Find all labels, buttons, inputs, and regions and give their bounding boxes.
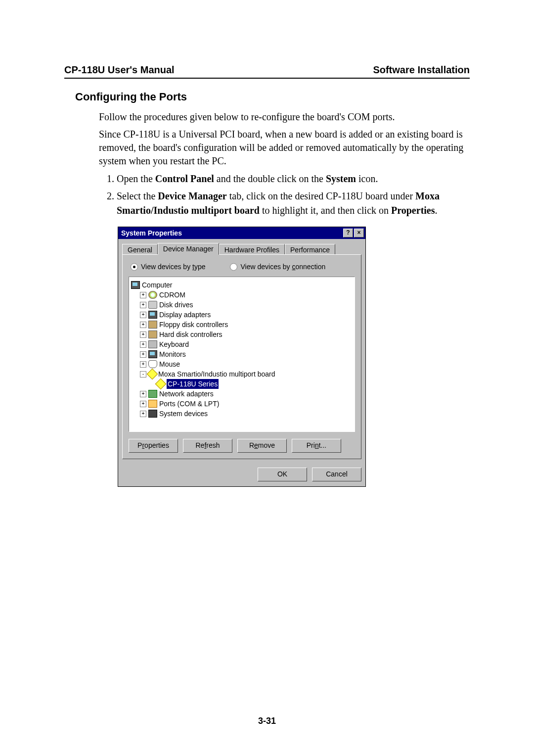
expand-icon[interactable]: + xyxy=(140,302,146,308)
tree-node-floppy[interactable]: +Floppy disk controllers xyxy=(131,320,353,330)
port-icon xyxy=(148,400,157,408)
network-icon xyxy=(148,390,157,398)
expand-icon[interactable]: + xyxy=(140,322,146,328)
keyboard-icon xyxy=(148,340,157,348)
titlebar[interactable]: System Properties ? × xyxy=(118,227,365,239)
expand-icon[interactable]: + xyxy=(140,401,146,407)
tree-node-cdrom[interactable]: +CDROM xyxy=(131,290,353,300)
radio-view-by-type[interactable]: View devices by type xyxy=(131,263,205,271)
system-icon xyxy=(148,410,157,418)
expand-icon[interactable]: + xyxy=(140,391,146,397)
moxa-icon xyxy=(147,369,158,380)
tree-node-hdd[interactable]: +Hard disk controllers xyxy=(131,330,353,339)
expand-icon[interactable]: + xyxy=(140,312,146,318)
close-icon[interactable]: × xyxy=(354,229,364,237)
dialog-title: System Properties xyxy=(121,229,182,237)
tree-node-moxa[interactable]: -Moxa Smartio/Industio multiport board xyxy=(131,369,353,379)
section-heading: Configuring the Ports xyxy=(75,91,470,103)
monitor-icon xyxy=(148,350,157,358)
moxa-icon xyxy=(155,378,167,390)
print-button[interactable]: Print... xyxy=(292,439,341,453)
page-header: CP-118U User's Manual Software Installat… xyxy=(64,64,470,79)
radio-dot-icon xyxy=(131,263,138,271)
expand-icon[interactable]: + xyxy=(140,351,146,358)
tab-device-manager[interactable]: Device Manager xyxy=(158,243,219,255)
expand-icon[interactable]: + xyxy=(140,331,146,338)
steps-list: Open the Control Panel and the double cl… xyxy=(99,172,470,218)
expand-icon[interactable]: + xyxy=(140,341,146,348)
tabs: General Device Manager Hardware Profiles… xyxy=(118,239,365,255)
page-number: 3-31 xyxy=(0,716,534,726)
drive-icon xyxy=(148,301,157,309)
intro-paragraph-1: Follow the procedures given below to re-… xyxy=(99,110,470,124)
system-properties-dialog: System Properties ? × General Device Man… xyxy=(118,227,366,487)
tree-node-keyboard[interactable]: +Keyboard xyxy=(131,339,353,349)
radio-dot-icon xyxy=(230,263,237,271)
tree-node-network[interactable]: +Network adapters xyxy=(131,389,353,399)
header-right: Software Installation xyxy=(373,64,470,76)
tree-node-computer[interactable]: Computer xyxy=(131,280,353,290)
device-tree[interactable]: Computer +CDROM +Disk drives +Display ad… xyxy=(129,277,355,432)
mouse-icon xyxy=(148,360,157,368)
refresh-button[interactable]: Refresh xyxy=(183,439,232,453)
tree-node-ports[interactable]: +Ports (COM & LPT) xyxy=(131,399,353,409)
display-icon xyxy=(148,311,157,319)
cdrom-icon xyxy=(148,291,157,299)
intro-paragraph-2: Since CP-118U is a Universal PCI board, … xyxy=(99,128,470,168)
step-2: Select the Device Manager tab, click on … xyxy=(117,189,470,218)
header-left: CP-118U User's Manual xyxy=(64,64,175,76)
step-1: Open the Control Panel and the double cl… xyxy=(117,172,470,186)
expand-icon[interactable]: + xyxy=(140,361,146,368)
expand-icon[interactable]: + xyxy=(140,292,146,298)
properties-button[interactable]: Properties xyxy=(129,439,178,453)
floppy-icon xyxy=(148,321,157,329)
tree-node-mouse[interactable]: +Mouse xyxy=(131,359,353,369)
expand-icon[interactable]: + xyxy=(140,411,146,417)
hdd-icon xyxy=(148,331,157,338)
tree-node-cp118u[interactable]: CP-118U Series xyxy=(131,379,353,389)
tab-panel: View devices by type View devices by con… xyxy=(122,254,361,459)
tree-node-disk-drives[interactable]: +Disk drives xyxy=(131,300,353,310)
remove-button[interactable]: Remove xyxy=(237,439,287,453)
tree-node-monitors[interactable]: +Monitors xyxy=(131,349,353,359)
tree-node-display-adapters[interactable]: +Display adapters xyxy=(131,310,353,320)
help-icon[interactable]: ? xyxy=(343,229,353,237)
ok-button[interactable]: OK xyxy=(258,468,307,481)
radio-view-by-connection[interactable]: View devices by connection xyxy=(230,263,325,271)
cancel-button[interactable]: Cancel xyxy=(312,468,361,481)
collapse-icon[interactable]: - xyxy=(140,371,146,378)
tree-node-system-devices[interactable]: +System devices xyxy=(131,409,353,419)
computer-icon xyxy=(131,281,140,289)
